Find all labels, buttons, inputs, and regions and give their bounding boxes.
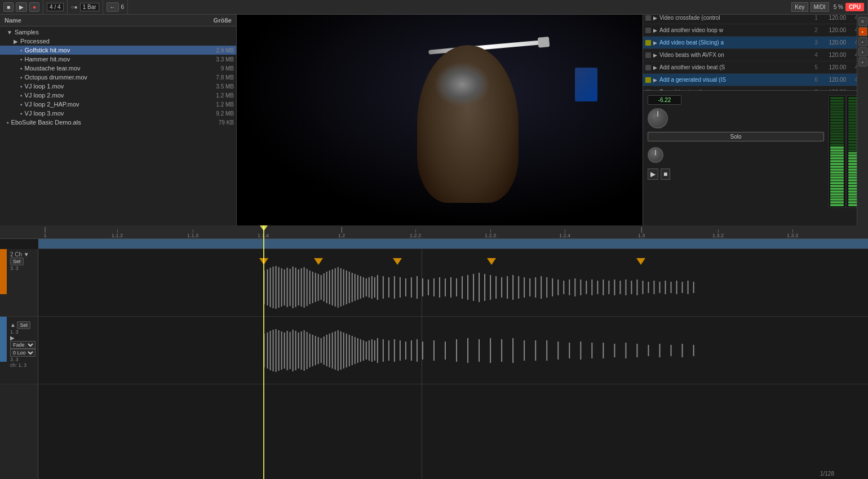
svg-rect-137 <box>377 338 378 363</box>
play-button[interactable]: ▶ <box>16 2 27 12</box>
time-signature[interactable]: 4 / 4 <box>47 3 63 11</box>
midi-button[interactable]: MIDI <box>811 2 829 12</box>
set-button[interactable]: Set <box>10 258 24 265</box>
collapse-arrow[interactable]: ▲ <box>10 322 16 328</box>
list-item[interactable]: ▪ Octopus drummer.mov 7.8 MB <box>0 73 236 82</box>
vu-bar <box>830 157 844 159</box>
collapse-arrow[interactable]: ▼ <box>24 251 29 258</box>
track-play-button[interactable]: ▶ <box>653 52 657 58</box>
panel-btn-3[interactable]: ▪ <box>858 37 867 46</box>
item-size: 2.9 MB <box>194 47 234 54</box>
loop-dropdown[interactable]: 0 Loop <box>10 349 36 357</box>
pan-knob[interactable] <box>648 147 663 163</box>
track-play-button[interactable]: ▶ <box>653 65 657 70</box>
fade-dropdown[interactable]: Fade Ass <box>10 341 36 349</box>
svg-rect-136 <box>374 340 375 361</box>
svg-rect-73 <box>563 281 564 294</box>
vu-bar <box>830 154 844 157</box>
solo-button[interactable]: Solo <box>648 132 824 141</box>
folder-icon: ▶ <box>14 38 18 45</box>
video-preview <box>237 0 643 225</box>
track-play-button[interactable]: ▶ <box>653 40 657 46</box>
panel-btn-4[interactable]: ▪ <box>858 47 867 56</box>
svg-rect-130 <box>357 338 358 363</box>
ruler-label: 1.2.3 <box>485 233 496 238</box>
svg-rect-52 <box>445 278 446 296</box>
panel-btn-2[interactable]: ▪ <box>858 27 867 36</box>
volume-knob[interactable] <box>648 108 668 128</box>
waveform-svg-2 <box>38 328 868 373</box>
list-item[interactable]: ▪ Hammer hit.mov 3.3 MB <box>0 55 236 64</box>
arrow-down[interactable]: ▶ <box>10 335 15 341</box>
record-button[interactable]: ● <box>29 2 39 12</box>
track-name: Video beats with AVFX on <box>659 52 812 58</box>
track-bpm: 120.00 <box>821 77 846 83</box>
list-item[interactable]: ▪ Moustache tear.mov 9 MB <box>0 64 236 73</box>
scroll-handle[interactable] <box>38 239 868 249</box>
track-controls-inner: 2 Ch ▼ Set 3. 3 <box>10 251 36 271</box>
stop-button[interactable]: ■ <box>3 2 14 12</box>
master-play-button[interactable]: ▶ <box>648 168 658 180</box>
svg-rect-104 <box>284 332 285 369</box>
track-mini-nums: 3. 3 <box>10 265 36 271</box>
svg-rect-76 <box>580 280 581 295</box>
track-number: 1 <box>812 15 821 21</box>
list-item[interactable]: ▪ EboSuite Basic Demo.als 79 KB <box>0 118 236 127</box>
track-row[interactable]: ▶ Add another video beat (S 5 120.00 4 /… <box>643 61 868 74</box>
track-scroll-bar[interactable] <box>38 239 868 249</box>
svg-rect-39 <box>374 277 375 298</box>
track-play-button[interactable]: ▶ <box>653 28 657 33</box>
track-row[interactable]: ▶ Add a generated visual (IS 6 120.00 4 … <box>643 74 868 86</box>
track-play-button[interactable]: ▶ <box>653 15 657 21</box>
svg-rect-70 <box>546 277 547 298</box>
track-play-button[interactable]: ▶ <box>653 77 657 83</box>
nav-left-button[interactable]: ← <box>107 2 119 12</box>
vu-bar <box>830 196 844 198</box>
list-item[interactable]: ▶ Processed <box>0 37 236 46</box>
svg-rect-13 <box>301 268 302 307</box>
list-item[interactable]: ▼ Samples <box>0 28 236 37</box>
loop-mode[interactable]: 1 Bar <box>80 3 99 11</box>
track-row[interactable]: ▶ Video beats with AVFX on 4 120.00 4 / … <box>643 49 868 61</box>
track-name: Add video beat (Slicing) a <box>659 39 812 46</box>
svg-rect-140 <box>394 339 395 362</box>
track-row[interactable]: ▶ Add video beat (Slicing) a 3 120.00 4 … <box>643 37 868 49</box>
list-item[interactable]: ▪ VJ loop 3.mov 9.2 MB <box>0 109 236 118</box>
svg-rect-74 <box>569 280 570 295</box>
panel-btn-1[interactable]: ≡ <box>858 17 867 26</box>
browser-header: Name Größe <box>0 15 236 26</box>
vu-bar <box>830 185 844 187</box>
svg-rect-7 <box>284 269 285 305</box>
track-nums-inner: 1. <box>10 329 15 335</box>
ch-label: ch: 1. <box>10 362 23 368</box>
playhead[interactable] <box>263 225 264 479</box>
blue-accent-visual <box>575 68 597 101</box>
als-file-icon: ▪ <box>7 119 9 126</box>
list-item[interactable]: ▪ VJ loop 2.mov 1.2 MB <box>0 91 236 100</box>
svg-rect-78 <box>591 280 592 295</box>
list-item[interactable]: ▪ VJ loop 1.mov 3.5 MB <box>0 82 236 91</box>
master-stop-button[interactable]: ■ <box>661 168 670 180</box>
svg-rect-50 <box>433 278 435 296</box>
ch2-label: 2 Ch <box>10 251 22 258</box>
master-strip: -6.22 Solo ▶ ■ 0 12 24 36 48 60 <box>643 90 868 225</box>
page-indicator: 1/128 <box>820 471 834 477</box>
svg-rect-77 <box>586 281 587 294</box>
vu-bar <box>830 204 844 206</box>
list-item[interactable]: ▪ Golfstick hit.mov 2.9 MB <box>0 46 236 55</box>
set-button-2[interactable]: Set <box>17 321 30 329</box>
vu-bar <box>830 113 844 116</box>
svg-rect-155 <box>535 340 536 361</box>
vu-bar <box>830 100 844 102</box>
key-button[interactable]: Key <box>791 2 808 12</box>
svg-rect-100 <box>273 330 274 371</box>
list-item[interactable]: ▪ VJ loop 2_HAP.mov 1.2 MB <box>0 100 236 109</box>
svg-rect-112 <box>307 332 308 369</box>
midi-track-list-body: ▶ Video crossfade (control 1 120.00 4 / … <box>643 12 868 99</box>
svg-rect-20 <box>321 275 322 300</box>
time-sig-section: 4 / 4 <box>43 0 67 14</box>
track-row[interactable]: ▶ Add another video loop w 2 120.00 4 / … <box>643 24 868 37</box>
svg-rect-25 <box>335 268 336 307</box>
track-active-indicator <box>645 77 651 83</box>
panel-btn-5[interactable]: ▪ <box>858 57 867 66</box>
